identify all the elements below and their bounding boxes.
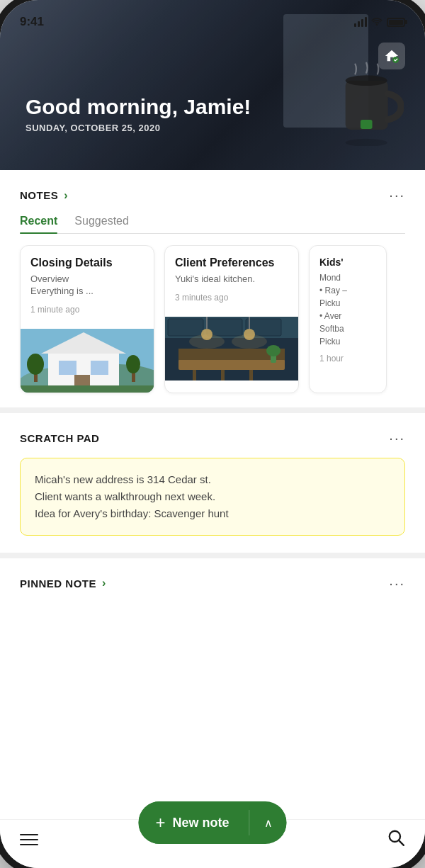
note-card-title-2: Client Preferences bbox=[175, 256, 288, 271]
svg-rect-33 bbox=[249, 370, 253, 381]
hero-text-block: Good morning, Jamie! SUNDAY, OCTOBER 25,… bbox=[26, 94, 251, 133]
hamburger-line-2 bbox=[20, 839, 38, 840]
note-card-body-3: Kids' Mond• Ray –Picku• AverSoftbaPicku … bbox=[310, 246, 386, 378]
scratch-pad-title: SCRATCH PAD bbox=[20, 432, 99, 444]
scroll-content[interactable]: Good morning, Jamie! SUNDAY, OCTOBER 25,… bbox=[0, 0, 425, 819]
scratch-pad-content[interactable]: Micah's new address is 314 Cedar st.Clie… bbox=[20, 458, 405, 536]
svg-point-30 bbox=[266, 345, 280, 356]
svg-line-37 bbox=[399, 840, 404, 845]
svg-rect-20 bbox=[168, 319, 203, 336]
svg-point-17 bbox=[126, 355, 140, 373]
note-card-preview-1: Everything is ... bbox=[30, 286, 144, 296]
note-card-title-1: Closing Details bbox=[30, 256, 144, 271]
tab-recent[interactable]: Recent bbox=[20, 215, 57, 233]
battery-icon bbox=[387, 18, 405, 27]
note-card-body-2: Client Preferences Yuki's ideal kitchen.… bbox=[165, 246, 298, 317]
search-button[interactable] bbox=[387, 828, 405, 851]
pinned-note-title-text: PINNED NOTE bbox=[20, 577, 96, 590]
note-card-subtitle-1: Overview bbox=[30, 274, 144, 284]
status-icons bbox=[354, 17, 405, 28]
new-note-label: New note bbox=[173, 816, 230, 830]
hamburger-menu-button[interactable] bbox=[20, 834, 38, 845]
home-icon-button[interactable] bbox=[378, 43, 405, 69]
svg-point-15 bbox=[27, 354, 44, 375]
svg-rect-31 bbox=[193, 370, 196, 381]
hero-mug-decor bbox=[333, 61, 404, 149]
hamburger-line-1 bbox=[20, 834, 38, 835]
svg-rect-32 bbox=[221, 370, 225, 381]
notes-section: NOTES › ··· Recent Suggested Closing Det… bbox=[0, 170, 425, 407]
plus-icon: + bbox=[155, 813, 165, 833]
scratch-pad-title-text: SCRATCH PAD bbox=[20, 432, 99, 444]
svg-point-34 bbox=[189, 334, 225, 349]
scratch-pad-header: SCRATCH PAD ··· bbox=[20, 430, 405, 446]
new-note-expand-button[interactable]: ∧ bbox=[250, 805, 287, 841]
hamburger-line-3 bbox=[20, 844, 38, 845]
pinned-note-more-button[interactable]: ··· bbox=[389, 575, 405, 592]
svg-rect-10 bbox=[59, 361, 76, 375]
scratch-pad-more-button[interactable]: ··· bbox=[389, 430, 405, 446]
bottom-bar: + New note ∧ bbox=[0, 819, 425, 868]
notes-more-button[interactable]: ··· bbox=[389, 187, 405, 203]
pinned-note-section: PINNED NOTE › ··· bbox=[0, 558, 425, 592]
wifi-icon bbox=[371, 17, 382, 28]
notes-title: NOTES › bbox=[20, 189, 68, 202]
svg-point-3 bbox=[346, 139, 387, 146]
scratch-pad-section: SCRATCH PAD ··· Micah's new address is 3… bbox=[0, 413, 425, 553]
status-bar: 9:41 bbox=[0, 0, 425, 35]
chevron-up-icon: ∧ bbox=[264, 816, 273, 830]
note-card-time-3: 1 hour bbox=[319, 354, 376, 363]
scratch-pad-text: Micah's new address is 314 Cedar st.Clie… bbox=[35, 473, 229, 519]
tab-suggested[interactable]: Suggested bbox=[74, 215, 129, 233]
note-card-time-1: 1 minute ago bbox=[30, 305, 144, 315]
notes-title-text: NOTES bbox=[20, 189, 58, 201]
note-card-title-3: Kids' bbox=[319, 256, 376, 269]
notes-cards-scroll[interactable]: Closing Details Overview Everything is .… bbox=[0, 245, 425, 407]
note-card-image-2 bbox=[165, 317, 298, 381]
status-time: 9:41 bbox=[20, 15, 44, 29]
svg-rect-2 bbox=[361, 120, 373, 129]
hero-date: SUNDAY, OCTOBER 25, 2020 bbox=[26, 123, 251, 133]
divider-2 bbox=[0, 553, 425, 558]
svg-point-1 bbox=[346, 75, 387, 86]
notes-header: NOTES › ··· bbox=[20, 187, 405, 203]
new-note-wrapper: + New note ∧ bbox=[138, 801, 286, 844]
hero-greeting: Good morning, Jamie! bbox=[26, 94, 251, 120]
svg-point-35 bbox=[232, 334, 267, 349]
notes-title-arrow[interactable]: › bbox=[64, 189, 68, 202]
note-card-closing-details[interactable]: Closing Details Overview Everything is .… bbox=[20, 245, 154, 393]
pinned-note-title: PINNED NOTE › bbox=[20, 577, 106, 590]
signal-icon bbox=[354, 17, 367, 27]
pinned-note-header: PINNED NOTE › ··· bbox=[20, 575, 405, 592]
svg-rect-27 bbox=[178, 359, 285, 370]
pinned-note-arrow[interactable]: › bbox=[102, 577, 106, 590]
note-card-content-3: Mond• Ray –Picku• AverSoftbaPicku bbox=[319, 271, 376, 348]
note-card-time-2: 3 minutes ago bbox=[175, 293, 288, 303]
note-card-body-1: Closing Details Overview Everything is .… bbox=[21, 246, 154, 329]
svg-rect-11 bbox=[91, 361, 108, 375]
note-card-kids[interactable]: Kids' Mond• Ray –Picku• AverSoftbaPicku … bbox=[309, 245, 387, 393]
note-card-image-1 bbox=[21, 329, 154, 393]
divider-1 bbox=[0, 407, 425, 413]
svg-rect-13 bbox=[21, 385, 154, 393]
note-card-client-preferences[interactable]: Client Preferences Yuki's ideal kitchen.… bbox=[164, 245, 299, 393]
notes-tabs: Recent Suggested bbox=[20, 215, 405, 234]
bottom-spacer bbox=[0, 603, 425, 674]
new-note-button[interactable]: + New note bbox=[138, 801, 249, 844]
note-card-preview-2: Yuki's ideal kitchen. bbox=[175, 274, 288, 284]
